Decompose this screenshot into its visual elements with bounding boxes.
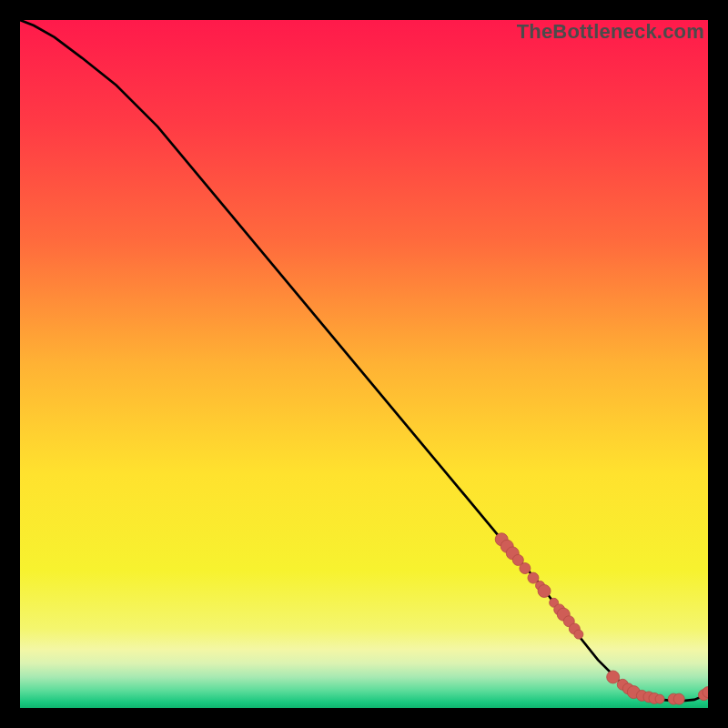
data-point (520, 563, 531, 574)
data-point (673, 693, 684, 704)
plot-area: TheBottleneck.com (20, 20, 708, 708)
data-point (538, 584, 551, 597)
curve-layer (20, 20, 708, 708)
bottleneck-curve (20, 20, 708, 701)
data-point (574, 630, 583, 639)
data-point (655, 694, 664, 703)
curve-markers (495, 533, 708, 704)
data-point (607, 671, 620, 683)
chart-stage: TheBottleneck.com (0, 0, 728, 728)
